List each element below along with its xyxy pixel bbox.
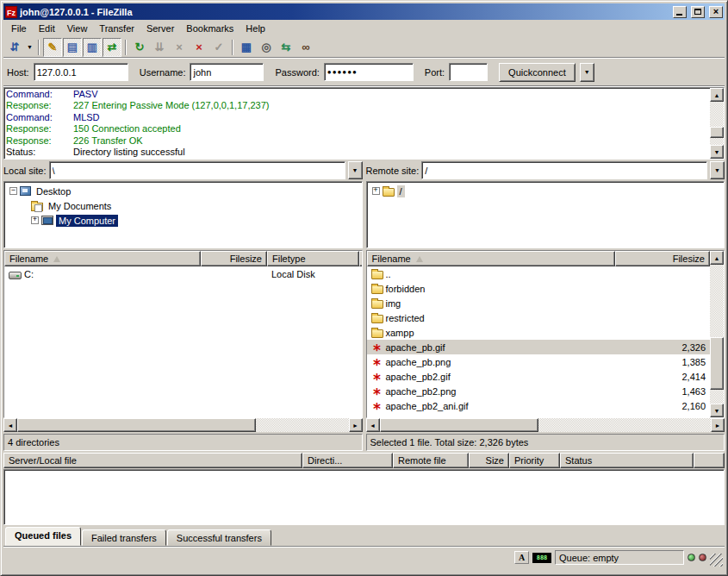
column-header-status[interactable]: Status bbox=[560, 453, 694, 468]
remote-file-row[interactable]: *apache_pb.gif2,326 bbox=[367, 340, 711, 354]
scroll-down-button[interactable]: ▼ bbox=[710, 404, 724, 417]
tree-item-my-computer[interactable]: +My Computer bbox=[5, 213, 361, 228]
remote-file-row[interactable]: *apache_pb2.png1,463 bbox=[367, 384, 711, 398]
titlebar[interactable]: Fz john@127.0.0.1 - FileZilla × bbox=[3, 3, 725, 20]
resize-grip[interactable] bbox=[710, 554, 723, 567]
log-scrollbar[interactable]: ▲ ▼ bbox=[710, 88, 724, 159]
toggle-transfer-queue-button[interactable]: ⇄ bbox=[103, 38, 121, 57]
tree-item-desktop[interactable]: −Desktop bbox=[5, 184, 361, 198]
remote-file-row[interactable]: .. bbox=[367, 266, 711, 281]
column-header-l[interactable]: L bbox=[359, 251, 362, 266]
disconnect-button[interactable]: × bbox=[190, 38, 208, 57]
log-scroll-track[interactable] bbox=[710, 102, 724, 145]
menu-item-bookmarks[interactable]: Bookmarks bbox=[180, 22, 240, 35]
remote-site-bar: Remote site: ▼ bbox=[366, 161, 725, 179]
column-header-filename[interactable]: Filename bbox=[4, 251, 201, 266]
remote-scroll-thumb-h[interactable] bbox=[380, 418, 539, 432]
collapse-icon[interactable]: − bbox=[9, 187, 17, 195]
column-header-server-local-file[interactable]: Server/Local file bbox=[3, 453, 302, 468]
scroll-left-button[interactable]: ◄ bbox=[366, 418, 380, 432]
scroll-left-button[interactable]: ◄ bbox=[3, 418, 17, 432]
tab-failed-transfers[interactable]: Failed transfers bbox=[82, 529, 166, 546]
remote-site-dropdown-button[interactable]: ▼ bbox=[710, 161, 725, 179]
refresh-button[interactable]: ↻ bbox=[130, 38, 149, 57]
remote-scroll-thumb[interactable] bbox=[710, 337, 724, 390]
process-queue-button[interactable]: ⇊ bbox=[150, 38, 169, 57]
scroll-right-button[interactable]: ► bbox=[349, 418, 363, 432]
abort-button[interactable]: ✓ bbox=[209, 38, 228, 57]
tab-successful-transfers[interactable]: Successful transfers bbox=[167, 529, 271, 546]
column-header-filename[interactable]: Filename bbox=[367, 251, 615, 266]
remote-file-row[interactable]: xampp bbox=[367, 325, 711, 340]
remote-file-row[interactable]: *apache_pb.png1,385 bbox=[367, 354, 711, 369]
local-horizontal-scrollbar[interactable]: ◄ ► bbox=[3, 418, 363, 432]
column-header-filesize[interactable]: Filesize bbox=[201, 251, 267, 266]
column-header-filesize[interactable]: Filesize bbox=[615, 251, 711, 266]
tree-item--[interactable]: +/ bbox=[368, 184, 724, 198]
log-scroll-thumb[interactable] bbox=[710, 127, 724, 138]
column-header-empty[interactable] bbox=[694, 453, 725, 468]
column-header-directi-[interactable]: Directi... bbox=[302, 453, 393, 468]
scroll-down-button[interactable]: ▼ bbox=[710, 145, 724, 159]
close-button[interactable]: × bbox=[709, 6, 723, 18]
remote-file-row[interactable]: *apache_pb2_ani.gif2,160 bbox=[367, 398, 711, 413]
password-input[interactable] bbox=[324, 63, 414, 81]
column-header-label: Filename bbox=[372, 254, 411, 264]
remote-scroll-track[interactable] bbox=[710, 265, 724, 404]
remote-file-row[interactable]: *apache_pb2.gif2,414 bbox=[367, 369, 711, 384]
maximize-button[interactable] bbox=[691, 6, 705, 18]
filter-icon: ▦ bbox=[241, 41, 252, 53]
directory-comparison-button[interactable]: ◎ bbox=[257, 38, 276, 57]
filter-button[interactable]: ▦ bbox=[237, 38, 256, 57]
toggle-local-tree-button[interactable]: ▤ bbox=[63, 38, 82, 57]
site-manager-icon: ⇵ bbox=[10, 41, 20, 53]
scroll-up-button[interactable]: ▲ bbox=[710, 251, 724, 265]
local-file-row[interactable]: C:Local Disk bbox=[4, 266, 362, 281]
username-input[interactable] bbox=[190, 63, 264, 81]
column-header-size[interactable]: Size bbox=[469, 453, 509, 468]
menu-item-edit[interactable]: Edit bbox=[33, 22, 61, 35]
local-scroll-track[interactable] bbox=[17, 418, 349, 432]
expand-icon[interactable]: + bbox=[372, 187, 380, 195]
column-header-filetype[interactable]: Filetype bbox=[267, 251, 359, 266]
host-input[interactable] bbox=[34, 63, 128, 81]
site-manager-dropdown-button[interactable]: ▼ bbox=[25, 38, 34, 57]
remote-file-row[interactable]: restricted bbox=[367, 310, 711, 325]
log-line: Response:226 Transfer OK bbox=[6, 135, 708, 147]
local-site-input[interactable] bbox=[49, 161, 345, 179]
cancel-operation-button[interactable]: × bbox=[170, 38, 189, 57]
local-scroll-thumb[interactable] bbox=[17, 418, 256, 432]
scroll-up-button[interactable]: ▲ bbox=[710, 88, 724, 102]
remote-file-row[interactable]: forbidden bbox=[367, 281, 711, 296]
minimize-button[interactable] bbox=[673, 6, 687, 18]
toolbar-separator bbox=[232, 40, 233, 55]
quickconnect-dropdown-button[interactable]: ▼ bbox=[580, 63, 594, 82]
remote-horizontal-scrollbar[interactable]: ◄ ► bbox=[366, 418, 725, 432]
scroll-right-button[interactable]: ► bbox=[711, 418, 725, 432]
menu-item-server[interactable]: Server bbox=[140, 22, 180, 35]
expand-icon[interactable]: + bbox=[31, 216, 39, 224]
menu-item-file[interactable]: File bbox=[5, 22, 33, 35]
column-header-priority[interactable]: Priority bbox=[509, 453, 560, 468]
tree-item-my-documents[interactable]: My Documents bbox=[5, 198, 361, 213]
remote-vertical-scrollbar[interactable]: ▲ ▼ bbox=[710, 251, 724, 417]
find-files-button[interactable]: ∞ bbox=[296, 38, 315, 57]
status-bar: A 888 Queue: empty bbox=[3, 546, 725, 567]
toggle-remote-tree-button[interactable]: ▥ bbox=[83, 38, 102, 57]
menu-item-view[interactable]: View bbox=[61, 22, 94, 35]
tab-queued-files[interactable]: Queued files bbox=[5, 527, 81, 546]
menu-item-transfer[interactable]: Transfer bbox=[93, 22, 140, 35]
toggle-message-log-button[interactable]: ✎ bbox=[43, 38, 62, 57]
menu-item-help[interactable]: Help bbox=[240, 22, 271, 35]
remote-scroll-track-h[interactable] bbox=[380, 418, 712, 432]
site-manager-button[interactable]: ⇵ bbox=[5, 38, 24, 57]
remote-file-row[interactable]: img bbox=[367, 296, 711, 310]
transfer-type-indicator[interactable]: A bbox=[514, 551, 529, 564]
local-site-dropdown-button[interactable]: ▼ bbox=[348, 161, 363, 179]
speed-limit-icon[interactable]: 888 bbox=[532, 553, 551, 563]
port-input[interactable] bbox=[449, 63, 488, 81]
column-header-remote-file[interactable]: Remote file bbox=[393, 453, 469, 468]
quickconnect-button[interactable]: Quickconnect bbox=[499, 63, 576, 82]
remote-site-input[interactable] bbox=[421, 161, 707, 179]
synchronized-browsing-button[interactable]: ⇆ bbox=[277, 38, 296, 57]
